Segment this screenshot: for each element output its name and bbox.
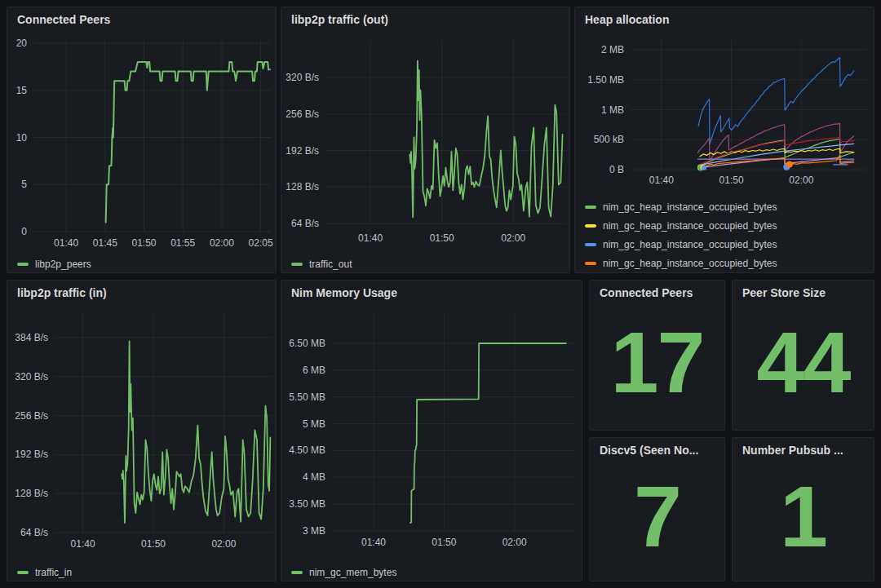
chart-svg[interactable]: 0510152001:4001:4501:5001:5502:0002:05 xyxy=(7,32,276,253)
svg-text:0 B: 0 B xyxy=(609,164,624,175)
legend-series-marker-icon xyxy=(585,243,596,246)
svg-text:01:45: 01:45 xyxy=(93,237,117,249)
svg-text:384 B/s: 384 B/s xyxy=(15,332,48,343)
panel-libp2p-traffic-in: libp2p traffic (in) 64 B/s128 B/s192 B/s… xyxy=(7,280,277,581)
svg-text:500 kB: 500 kB xyxy=(594,134,624,145)
svg-text:02:00: 02:00 xyxy=(211,538,236,550)
legend-series-label: nim_gc_mem_bytes xyxy=(309,568,396,577)
nim-memory-legend: nim_gc_mem_bytes xyxy=(281,561,582,581)
legend-item[interactable]: nim_gc_heap_instance_occupied_bytes xyxy=(585,254,777,272)
svg-text:20: 20 xyxy=(16,38,28,49)
svg-text:64 B/s: 64 B/s xyxy=(291,218,319,229)
legend-item[interactable]: nim_gc_heap_instance_occupied_bytes xyxy=(585,216,777,235)
svg-text:192 B/s: 192 B/s xyxy=(286,145,319,157)
svg-text:10: 10 xyxy=(16,132,28,144)
legend-series-marker-icon xyxy=(17,263,29,266)
svg-text:1.50 MB: 1.50 MB xyxy=(587,74,624,86)
legend-item[interactable]: nim_gc_mem_bytes xyxy=(291,563,396,581)
svg-text:02:00: 02:00 xyxy=(210,237,234,249)
legend-series-marker-icon xyxy=(585,224,596,228)
connected-peers-chart[interactable]: 0510152001:4001:4501:5001:5502:0002:05 xyxy=(7,32,276,253)
gridlines xyxy=(332,313,575,531)
svg-text:192 B/s: 192 B/s xyxy=(15,449,48,460)
gridlines xyxy=(33,40,271,232)
traffic-in-legend: traffic_in xyxy=(7,561,276,581)
svg-text:01:40: 01:40 xyxy=(358,232,383,244)
svg-text:6.50 MB: 6.50 MB xyxy=(289,338,325,349)
svg-text:64 B/s: 64 B/s xyxy=(20,527,48,538)
panel-title-traffic-in[interactable]: libp2p traffic (in) xyxy=(7,281,276,305)
panel-libp2p-traffic-out: libp2p traffic (out) 64 B/s128 B/s192 B/… xyxy=(281,7,570,273)
svg-text:3 MB: 3 MB xyxy=(303,525,325,537)
chart-svg[interactable]: 64 B/s128 B/s192 B/s256 B/s320 B/s01:400… xyxy=(281,32,569,253)
chart-svg[interactable]: 0 B500 kB1 MB1.50 MB2 MB01:4001:5002:00 xyxy=(575,32,874,194)
legend-series-label: traffic_out xyxy=(309,259,352,269)
series-heap-light-blue xyxy=(698,144,853,166)
svg-text:256 B/s: 256 B/s xyxy=(15,410,48,422)
panel-title-heap-allocation[interactable]: Heap allocation xyxy=(575,7,874,32)
traffic-out-chart[interactable]: 64 B/s128 B/s192 B/s256 B/s320 B/s01:400… xyxy=(281,32,569,253)
heap-allocation-legend: nim_gc_heap_instance_occupied_bytesnim_g… xyxy=(575,194,874,272)
chart-svg[interactable]: 64 B/s128 B/s192 B/s256 B/s320 B/s384 B/… xyxy=(7,305,276,561)
series-point-marker xyxy=(786,161,793,167)
svg-text:320 B/s: 320 B/s xyxy=(15,371,48,382)
legend-series-label: nim_gc_heap_instance_occupied_bytes xyxy=(603,221,777,231)
panel-nim-memory-usage: Nim Memory Usage 3 MB3.50 MB4 MB4.50 MB5… xyxy=(281,280,582,581)
stat-title-pubsub[interactable]: Number Pubsub ... xyxy=(733,438,874,462)
stat-title-connected-peers[interactable]: Connected Peers xyxy=(590,281,724,305)
panel-stat-pubsub-topics: Number Pubsub ... 1 xyxy=(732,437,874,581)
nim-memory-chart[interactable]: 3 MB3.50 MB4 MB4.50 MB5 MB5.50 MB6 MB6.5… xyxy=(281,305,582,561)
legend-item[interactable]: nim_gc_heap_instance_occupied_bytes xyxy=(585,235,777,254)
panel-title-nim-memory[interactable]: Nim Memory Usage xyxy=(281,281,582,305)
stat-title-discv5[interactable]: Discv5 (Seen No... xyxy=(590,438,724,462)
svg-text:01:50: 01:50 xyxy=(430,232,454,244)
series-traffic_out xyxy=(410,61,562,218)
legend-series-marker-icon xyxy=(585,206,596,209)
legend-item[interactable]: traffic_in xyxy=(17,563,72,581)
svg-text:01:40: 01:40 xyxy=(54,237,78,249)
legend-item[interactable]: nim_gc_heap_instance_occupied_bytes xyxy=(585,197,777,216)
traffic-in-chart[interactable]: 64 B/s128 B/s192 B/s256 B/s320 B/s384 B/… xyxy=(7,305,276,561)
legend-series-marker-icon xyxy=(291,571,303,574)
stat-value-pubsub: 1 xyxy=(733,462,874,581)
series-point-marker xyxy=(702,166,706,170)
svg-text:256 B/s: 256 B/s xyxy=(286,108,319,120)
svg-text:02:05: 02:05 xyxy=(249,237,273,249)
legend-item[interactable]: libp2p_peers xyxy=(17,254,91,273)
panel-title-traffic-out[interactable]: libp2p traffic (out) xyxy=(281,7,569,32)
axis-tick-labels: 64 B/s128 B/s192 B/s256 B/s320 B/s384 B/… xyxy=(15,332,236,550)
svg-text:01:40: 01:40 xyxy=(361,537,386,548)
legend-item[interactable]: traffic_out xyxy=(291,254,352,273)
legend-series-marker-icon xyxy=(291,263,303,266)
series-heap-blue xyxy=(698,58,853,145)
heap-allocation-chart[interactable]: 0 B500 kB1 MB1.50 MB2 MB01:4001:5002:00 xyxy=(575,32,874,194)
series-traffic_in xyxy=(122,342,270,524)
svg-text:15: 15 xyxy=(16,85,28,96)
svg-text:01:40: 01:40 xyxy=(71,538,95,550)
svg-text:128 B/s: 128 B/s xyxy=(15,488,48,499)
svg-text:01:50: 01:50 xyxy=(719,175,744,186)
legend-series-label: nim_gc_heap_instance_occupied_bytes xyxy=(603,202,777,212)
svg-text:1 MB: 1 MB xyxy=(601,104,624,116)
svg-text:2 MB: 2 MB xyxy=(601,44,624,55)
chart-svg[interactable]: 3 MB3.50 MB4 MB4.50 MB5 MB5.50 MB6 MB6.5… xyxy=(281,305,582,561)
stat-value-peer-store-size: 44 xyxy=(733,305,874,430)
panel-title-connected-peers[interactable]: Connected Peers xyxy=(7,7,276,32)
legend-series-label: nim_gc_heap_instance_occupied_bytes xyxy=(603,259,777,268)
legend-series-marker-icon xyxy=(17,571,29,574)
svg-text:01:55: 01:55 xyxy=(170,237,195,249)
panel-stat-peer-store-size: Peer Store Size 44 xyxy=(732,280,874,431)
svg-text:5 MB: 5 MB xyxy=(303,418,325,430)
svg-text:5: 5 xyxy=(21,179,27,190)
traffic-out-legend: traffic_out xyxy=(281,253,569,272)
svg-text:01:50: 01:50 xyxy=(131,237,156,249)
stat-title-peer-store-size[interactable]: Peer Store Size xyxy=(733,281,874,305)
svg-text:5.50 MB: 5.50 MB xyxy=(289,391,325,403)
connected-peers-legend: libp2p_peers xyxy=(7,253,276,272)
svg-text:128 B/s: 128 B/s xyxy=(286,181,319,192)
stat-value-connected-peers: 17 xyxy=(590,305,724,430)
stat-value-discv5: 7 xyxy=(590,462,724,581)
legend-series-label: nim_gc_heap_instance_occupied_bytes xyxy=(603,240,777,250)
panel-stat-connected-peers: Connected Peers 17 xyxy=(589,280,725,431)
svg-text:02:00: 02:00 xyxy=(501,232,525,244)
